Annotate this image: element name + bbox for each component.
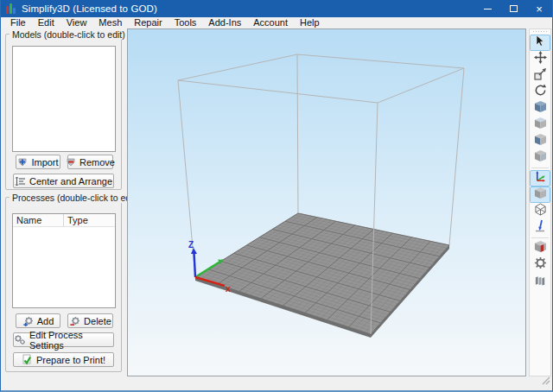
column-header-type[interactable]: Type [64,214,88,226]
settings-tool[interactable] [530,256,550,273]
toolbar-separator [531,237,549,238]
add-process-label: Add [37,316,54,326]
wireframe-toggle[interactable] [530,203,550,219]
pan-move-icon [534,51,547,67]
maximize-icon [510,5,518,12]
show-build-plate-toggle[interactable] [530,187,550,203]
view-front-tool[interactable] [530,133,550,149]
remove-button[interactable]: Remove [67,155,113,169]
edit-process-settings-icon [14,334,26,345]
menu-account[interactable]: Account [247,17,294,28]
import-label: Import [31,157,58,168]
view-side-cube-icon [534,149,547,166]
close-icon: × [536,3,543,16]
cursor-select-icon [534,35,546,51]
gear-icon [534,256,547,273]
resize-grip[interactable] [541,373,550,389]
side-panel: Models (double-click to edit) Import Rem… [1,28,127,376]
menu-bar: File Edit View Mesh Repair Tools Add-Ins… [1,17,552,28]
remove-icon [66,157,76,168]
remove-label: Remove [79,157,115,168]
menu-mesh[interactable]: Mesh [92,17,128,28]
close-button[interactable]: × [526,0,552,17]
scale-tool[interactable] [530,67,550,84]
import-button[interactable]: Import [16,155,60,169]
toolbar-separator [531,168,549,168]
wireframe-sphere-icon [534,203,547,219]
column-header-name[interactable]: Name [13,214,64,226]
view-front-cube-icon [534,133,547,149]
edit-process-settings-label: Edit Process Settings [29,330,113,351]
menu-file[interactable]: File [4,17,32,28]
edit-process-settings-button[interactable]: Edit Process Settings [13,332,114,347]
menu-view[interactable]: View [60,17,93,28]
processes-group-label: Processes (double-click to edit) [10,193,141,203]
title-bar[interactable]: Simplify3D (Licensed to GOD) × [1,0,552,17]
menu-help[interactable]: Help [294,17,326,28]
view-top-cube-icon [534,117,547,133]
machine-control-icon [534,274,547,289]
cross-section-icon [534,240,547,256]
view-default-tool[interactable] [530,100,550,117]
app-window: Simplify3D (Licensed to GOD) × File Edit… [0,0,553,392]
rotate-tool[interactable] [530,84,550,100]
processes-table[interactable]: Name Type [12,213,116,308]
3d-viewport[interactable]: Z X [127,28,526,376]
view-side-tool[interactable] [530,149,550,166]
view-toolbar [529,28,551,376]
cursor-select-tool[interactable] [530,35,550,51]
menu-repair[interactable]: Repair [128,17,168,28]
build-plate-cube-icon [534,187,547,203]
app-logo-icon [6,3,16,14]
maximize-button[interactable] [500,0,526,17]
prepare-to-print-label: Prepare to Print! [36,355,105,365]
toolbar-area [526,28,552,376]
import-icon [17,157,28,168]
center-arrange-button[interactable]: Center and Arrange [13,174,114,188]
models-list[interactable] [12,46,116,152]
window-title: Simplify3D (Licensed to GOD) [22,3,157,14]
models-group: Models (double-click to edit) Import Rem… [5,34,122,190]
menu-tools[interactable]: Tools [168,17,203,28]
center-arrange-label: Center and Arrange [29,176,112,187]
rotate-icon [534,84,547,100]
scale-icon [534,68,547,84]
center-arrange-icon [15,176,26,187]
coordinate-axes-icon [534,170,547,187]
prepare-to-print-icon [22,354,33,365]
processes-table-header[interactable]: Name Type [13,214,115,227]
add-process-button[interactable]: Add [16,313,60,328]
axis-label-z: Z [188,240,194,250]
processes-group: Processes (double-click to edit) Name Ty… [5,197,122,372]
minimize-icon [484,9,492,9]
cross-section-tool[interactable] [530,240,550,256]
support-structures-tool[interactable] [530,219,550,236]
minimize-button[interactable] [474,0,500,17]
coordinate-axes-toggle[interactable] [530,170,550,187]
toolbar-grip[interactable] [532,30,548,34]
support-pin-icon [534,219,546,236]
delete-process-label: Delete [84,316,111,326]
prepare-to-print-button[interactable]: Prepare to Print! [13,352,114,367]
status-strip [1,376,552,390]
build-volume-scene: Z X [128,29,525,376]
models-group-label: Models (double-click to edit) [10,29,128,40]
delete-process-icon [69,315,80,326]
pan-move-tool[interactable] [530,51,550,67]
view-top-tool[interactable] [530,117,550,133]
machine-control-tool[interactable] [530,273,550,289]
delete-process-button[interactable]: Delete [67,313,113,328]
menu-addins[interactable]: Add-Ins [202,17,247,28]
menu-edit[interactable]: Edit [32,17,60,28]
view-default-cube-icon [534,100,547,117]
axis-label-x: X [226,285,231,294]
add-process-icon [22,315,34,326]
